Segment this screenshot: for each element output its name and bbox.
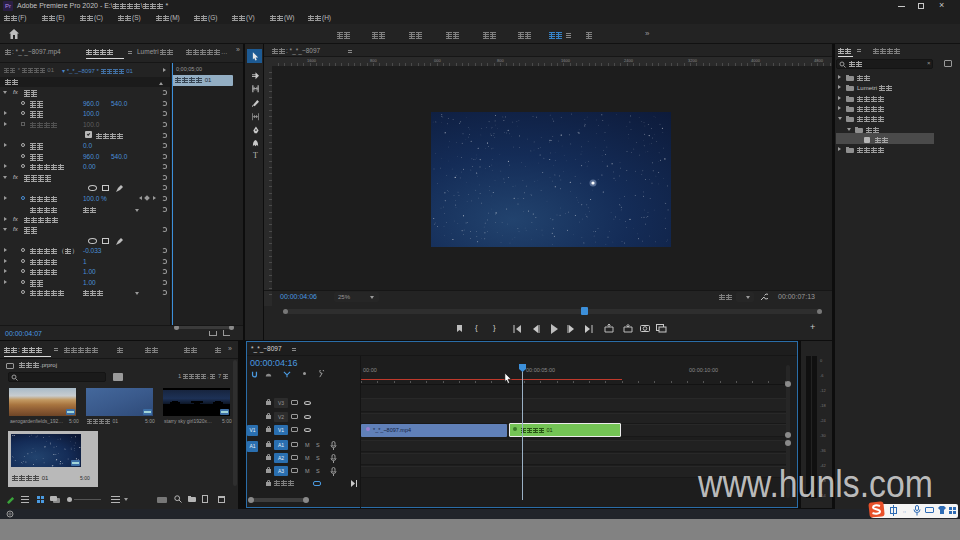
svg-text:T: T (253, 151, 258, 160)
